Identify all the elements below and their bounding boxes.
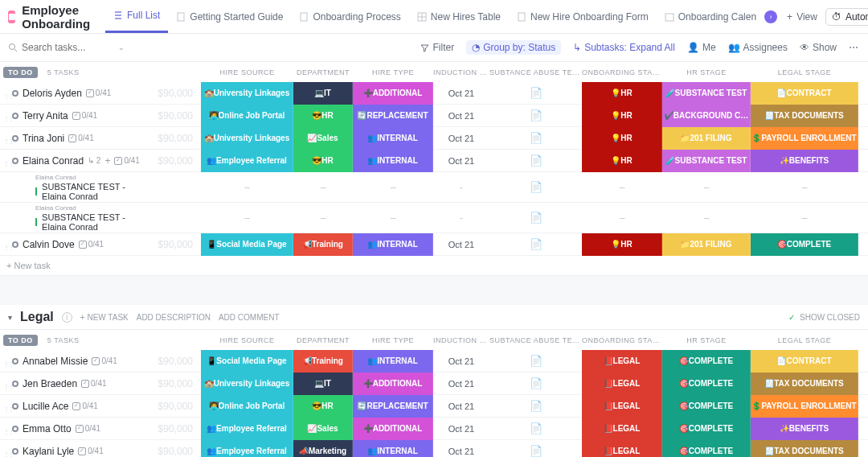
tag-cell[interactable]: ➕ADDITIONAL (353, 82, 433, 105)
tag-cell[interactable]: 💲PAYROLL ENROLLMENT (751, 395, 858, 418)
col-department[interactable]: DEPARTMENT (293, 68, 353, 76)
status-dot-icon[interactable] (12, 158, 18, 164)
tag-cell[interactable]: 👥INTERNAL (353, 440, 433, 458)
tag-cell[interactable]: 🧾TAX DOCUMENTS (751, 105, 858, 127)
doc-cell[interactable]: 📄 (489, 181, 582, 193)
tag-cell[interactable]: 🎯COMPLETE (662, 395, 751, 418)
tag-cell[interactable]: 🏫University Linkages (201, 127, 293, 150)
tag-cell[interactable]: 📄CONTRACT (751, 82, 858, 105)
tag-cell[interactable]: 📱Social Media Page (201, 350, 293, 373)
tab-onboarding-calendar[interactable]: Onboarding Calen (657, 0, 764, 33)
status-dot-icon[interactable] (12, 241, 18, 248)
group-by-button[interactable]: ◔ Group by: Status (466, 40, 561, 55)
tag-cell[interactable]: 📕LEGAL (582, 440, 662, 458)
drag-handle-icon[interactable] (3, 447, 8, 455)
table-row[interactable]: Jen Braeden 0/41 $90,000 🏫University Lin… (0, 373, 868, 395)
subtask-row[interactable]: Elaina Conrad SUBSTANCE TEST - Elaina Co… (0, 203, 868, 233)
induction-date[interactable]: Oct 21 (433, 156, 489, 166)
add-view-button[interactable]: + View (787, 11, 817, 23)
tag-cell[interactable]: 📕LEGAL (582, 395, 662, 418)
tag-cell[interactable]: 🔄REPLACEMENT (353, 395, 433, 418)
tag-cell[interactable]: 👥INTERNAL (353, 150, 433, 172)
doc-cell[interactable]: 📄 (489, 87, 582, 99)
induction-date[interactable]: Oct 21 (433, 379, 489, 389)
tag-cell[interactable]: 🧾TAX DOCUMENTS (751, 440, 858, 458)
task-name-cell[interactable]: Kaylani Lyle 0/41 (0, 446, 141, 457)
tag-cell[interactable]: 📄CONTRACT (751, 350, 858, 373)
tag-cell[interactable]: 💡HR (582, 127, 662, 150)
tag-cell[interactable]: 🎯COMPLETE (751, 233, 858, 256)
tag-cell[interactable]: 👥Employee Referral (201, 440, 293, 458)
induction-date[interactable]: Oct 21 (433, 89, 489, 98)
induction-date[interactable]: Oct 21 (433, 401, 489, 411)
chevron-down-icon[interactable]: ▾ (8, 313, 12, 322)
show-closed-button[interactable]: SHOW CLOSED (800, 313, 860, 322)
induction-date[interactable]: Oct 21 (433, 356, 489, 366)
add-subtask[interactable]: + (104, 155, 110, 167)
tag-cell[interactable]: 📁201 FILING (662, 127, 751, 150)
tag-cell[interactable]: 👩‍💻Online Job Portal (201, 395, 293, 418)
drag-handle-icon[interactable] (3, 112, 8, 120)
doc-cell[interactable]: 📄 (489, 377, 582, 389)
status-dot-icon[interactable] (12, 403, 18, 410)
tag-cell[interactable]: 👥Employee Referral (201, 150, 293, 172)
automate-button[interactable]: ⏱ Automate ⌄ (825, 8, 868, 26)
tag-cell[interactable]: 💡HR (582, 82, 662, 105)
tab-new-hire-form[interactable]: New Hire Onboarding Form (509, 0, 657, 33)
tag-cell[interactable]: 🏫University Linkages (201, 82, 293, 105)
chevron-down-icon[interactable]: ⌄ (118, 43, 125, 51)
tag-cell[interactable]: 📈Sales (293, 127, 353, 150)
search-input[interactable] (22, 42, 114, 53)
table-row[interactable]: Emma Otto 0/41 $90,000 👥Employee Referra… (0, 418, 868, 440)
col-legal-stage[interactable]: LEGAL STAGE (751, 68, 858, 76)
tag-cell[interactable]: 😎HR (293, 105, 353, 127)
tab-scroll-right[interactable]: › (764, 10, 777, 23)
task-name-cell[interactable]: Elaina Conrad ↳ 2+ 0/41 (0, 155, 141, 167)
task-name-cell[interactable]: Annabel Missie 0/41 (0, 356, 141, 367)
tag-cell[interactable]: 🎯COMPLETE (662, 440, 751, 458)
show-button[interactable]: 👁 Show (800, 42, 837, 53)
status-dot-icon[interactable] (12, 448, 18, 455)
table-row[interactable]: Terry Anita 0/41 $90,000 👩‍💻Online Job P… (0, 105, 868, 127)
tag-cell[interactable]: 👥Employee Referral (201, 418, 293, 440)
status-dot-icon[interactable] (12, 135, 18, 142)
tag-cell[interactable]: 🎯COMPLETE (662, 350, 751, 373)
induction-date[interactable]: Oct 21 (433, 424, 489, 434)
status-pill[interactable]: TO DO (3, 67, 38, 78)
table-row[interactable]: Trina Joni 0/41 $90,000 🏫University Link… (0, 127, 868, 150)
status-dot-icon[interactable] (12, 426, 18, 432)
task-name-cell[interactable]: Deloris Ayden 0/41 (0, 88, 141, 99)
section-add-comment[interactable]: ADD COMMENT (219, 313, 280, 322)
drag-handle-icon[interactable] (3, 134, 8, 142)
induction-date[interactable]: Oct 21 (433, 111, 489, 121)
tag-cell[interactable]: 💡HR (582, 233, 662, 256)
status-dot-icon[interactable] (12, 358, 18, 364)
table-row[interactable]: Lucille Ace 0/41 $90,000 👩‍💻Online Job P… (0, 395, 868, 418)
tag-cell[interactable]: 💻IT (293, 373, 353, 395)
subtask-name-cell[interactable]: Elaina Conrad SUBSTANCE TEST - Elaina Co… (0, 204, 141, 232)
col-induction-date[interactable]: INDUCTION DATE (433, 68, 489, 76)
tag-cell[interactable]: 📈Sales (293, 418, 353, 440)
task-name-cell[interactable]: Lucille Ace 0/41 (0, 401, 141, 412)
tag-cell[interactable]: 😎HR (293, 150, 353, 172)
col-hire-source[interactable]: HIRE SOURCE (201, 68, 293, 76)
section-add-desc[interactable]: ADD DESCRIPTION (137, 313, 211, 322)
more-menu[interactable]: ⋯ (849, 42, 860, 53)
tag-cell[interactable]: 👥INTERNAL (353, 127, 433, 150)
status-dot-icon[interactable] (12, 113, 18, 119)
status-pill[interactable]: TO DO (3, 335, 38, 346)
section-new-task[interactable]: + NEW TASK (80, 313, 129, 322)
col-hire-type[interactable]: HIRE TYPE (353, 68, 433, 76)
tag-cell[interactable]: ➕ADDITIONAL (353, 418, 433, 440)
tag-cell[interactable]: 🧾TAX DOCUMENTS (751, 373, 858, 395)
doc-cell[interactable]: 📄 (489, 212, 582, 224)
info-icon[interactable]: i (62, 312, 72, 323)
tag-cell[interactable]: 🧪SUBSTANCE TEST (662, 82, 751, 105)
filter-button[interactable]: Filter (420, 42, 454, 53)
assignees-button[interactable]: 👥 Assignees (728, 42, 788, 53)
tag-cell[interactable]: 🎯COMPLETE (662, 373, 751, 395)
task-name-cell[interactable]: Emma Otto 0/41 (0, 423, 141, 434)
status-dot-icon[interactable] (12, 90, 18, 97)
drag-handle-icon[interactable] (3, 402, 8, 410)
tag-cell[interactable]: 💡HR (582, 105, 662, 127)
